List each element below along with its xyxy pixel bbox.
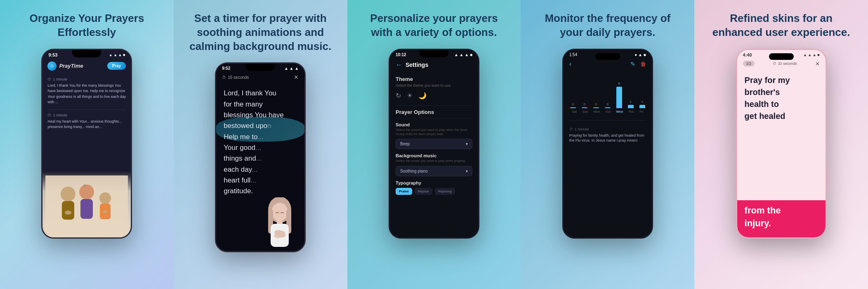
p5-timer-label: ⏱ 32 seconds <box>773 62 797 66</box>
p2-time: 9:52 <box>222 66 230 71</box>
dropdown-chevron-icon: ▾ <box>466 142 468 146</box>
p4-header: ‹ ✎ 🗑 <box>564 59 652 72</box>
theme-icon-refresh[interactable]: ↻ <box>396 92 401 99</box>
pray-button[interactable]: Pray <box>107 62 126 70</box>
panel-organize: Organize Your Prayers Effortlessly 9:53 … <box>0 0 174 289</box>
p1-divider <box>47 109 126 110</box>
label-wed: Wed <box>616 110 623 114</box>
typo-btn-3[interactable]: Rejoicing <box>435 188 455 195</box>
svg-rect-2 <box>62 201 74 220</box>
p2-prayer-text: Lord, I thank You for the many blessings… <box>224 88 297 197</box>
p3-time: 10:12 <box>396 52 406 57</box>
p4-back-icon[interactable]: ‹ <box>569 60 571 68</box>
p3-sound-dropdown[interactable]: Beep ▾ <box>396 139 472 149</box>
phone-dynamic-island-5 <box>769 53 794 60</box>
svg-point-5 <box>99 192 111 204</box>
phone-mockup-3: 10:12 ▲ ▲ ▲ ■ ← Settings Theme Select th… <box>389 49 479 239</box>
p4-edit-icon[interactable]: ✎ <box>630 61 635 67</box>
bar-sun: 0 <box>581 102 588 108</box>
p2-close-icon[interactable]: ✕ <box>294 74 299 81</box>
bar-sat-fill <box>570 107 576 108</box>
phone-mockup-1: 9:53 ▲ ▲ ▲ ■ ⊙ PrayTime Pray ⏱ 1 minute … <box>41 49 132 239</box>
p5-icons: ▲ ▲ ▲ ■ <box>803 53 820 57</box>
panel-2-title: Set a timer for prayer with soothing ani… <box>189 12 331 53</box>
p4-prayer-item: ⏱ 1 minute Praying for family health, an… <box>564 124 652 147</box>
p5-prayer-text-pink: from the injury. <box>745 204 818 230</box>
bar-fri: 1 <box>639 100 646 108</box>
svg-point-7 <box>65 211 71 215</box>
svg-text:✦: ✦ <box>82 182 87 189</box>
p5-header: 1/2 ⏱ 32 seconds ✕ <box>737 59 826 70</box>
p2-prayer-content: Lord, I thank You for the many blessings… <box>216 84 304 251</box>
theme-icon-moon[interactable]: 🌙 <box>418 92 427 99</box>
p1-logo-text: PrayTime <box>59 63 83 69</box>
p3-back-icon[interactable]: ← <box>396 61 402 69</box>
p3-prayer-options-title: Prayer Options <box>396 109 472 115</box>
panel-settings: Personalize your prayers with a variety … <box>347 0 521 289</box>
label-fri: Fri <box>639 110 643 114</box>
p3-typo-label: Typography <box>396 180 472 185</box>
p3-content: Theme Select the theme you want to use. … <box>390 73 478 237</box>
panel-skins: Refined skins for an enhanced user exper… <box>694 0 868 289</box>
label-sun: Sun <box>582 110 588 114</box>
p4-icons: ● ▲ ■ <box>634 52 646 57</box>
label-tue: Tue <box>605 110 611 114</box>
bar-thu-fill <box>628 105 634 108</box>
p4-divider <box>569 120 646 121</box>
p4-chart-area: 0 0 0 0 <box>564 72 652 117</box>
p3-theme-desc: Select the theme you want to use. <box>396 83 472 88</box>
p5-screen: 4:40 ▲ ▲ ▲ ■ 1/2 ⏱ 32 seconds ✕ Pray for… <box>737 50 826 237</box>
p2-illustration <box>259 197 300 247</box>
p3-settings-title: Settings <box>406 62 428 68</box>
p1-logo-icon: ⊙ <box>47 62 57 71</box>
p4-prayer-meta: ⏱ 1 minute <box>569 127 646 131</box>
p3-typo-buttons: Praise Rejoice Rejoicing <box>396 188 472 195</box>
bar-fri-fill <box>639 105 645 108</box>
phone-notch-2 <box>246 64 275 71</box>
p4-prayer-text: Praying for family health, and get heale… <box>569 133 646 143</box>
p5-page-indicator: 1/2 <box>743 61 755 66</box>
panel-4-title: Monitor the frequency of your daily pray… <box>545 12 670 40</box>
p4-header-icons: ✎ 🗑 <box>630 61 646 67</box>
bar-sat: 0 <box>569 102 577 108</box>
p4-chart-bars: 0 0 0 0 <box>569 75 646 108</box>
panel-3-title: Personalize your prayers with a variety … <box>370 12 498 40</box>
phone-mockup-5: 4:40 ▲ ▲ ▲ ■ 1/2 ⏱ 32 seconds ✕ Pray for… <box>736 49 827 239</box>
typo-btn-1[interactable]: Praise <box>396 188 412 195</box>
bar-sun-fill <box>582 107 587 108</box>
p3-music-section: Background music Select the music you wa… <box>396 153 472 176</box>
p1-prayer-text-1: Lord, I thank You for the many blessings… <box>47 83 126 105</box>
panel-timer: Set a timer for prayer with soothing ani… <box>174 0 347 289</box>
phone-notch-3 <box>420 50 448 57</box>
p4-delete-icon[interactable]: 🗑 <box>640 61 646 67</box>
svg-point-1 <box>61 187 75 201</box>
p1-timer-2: ⏱ 1 minute <box>47 113 126 117</box>
p3-theme-icons: ↻ ☀ 🌙 <box>396 92 472 99</box>
p5-close-icon[interactable]: ✕ <box>815 61 820 67</box>
p3-divider-2 <box>396 118 472 119</box>
panel-stats: Monitor the frequency of your daily pray… <box>521 0 694 289</box>
p1-prayer-item-2: ⏱ 1 minute Heal my heart with Your... an… <box>47 113 126 130</box>
label-thu: Thu <box>628 110 634 114</box>
svg-point-8 <box>103 210 108 213</box>
p5-time: 4:40 <box>743 52 752 57</box>
bar-tue: 0 <box>604 102 611 108</box>
p3-music-desc: Select the music you want to play while … <box>396 159 472 163</box>
bar-mon: 0 <box>592 102 600 108</box>
p5-prayer-content: Pray for my brother's health to get heal… <box>737 70 826 200</box>
p3-theme-title: Theme <box>396 76 472 82</box>
typo-btn-2[interactable]: Rejoice <box>415 188 432 195</box>
music-dropdown-chevron-icon: ▾ <box>466 169 468 173</box>
bar-wed: 6 <box>616 82 623 108</box>
p5-prayer-text-dark: Pray for my brother's health to get heal… <box>745 74 818 122</box>
theme-icon-sun[interactable]: ☀ <box>407 92 413 99</box>
label-sat: Sat <box>572 110 577 114</box>
phone-dynamic-island-4 <box>595 53 620 60</box>
p3-music-label: Background music <box>396 153 472 158</box>
p3-music-dropdown[interactable]: Soothing piano ▾ <box>396 166 472 176</box>
p1-prayer-text-2: Heal my heart with Your... anxious thoug… <box>47 119 126 130</box>
p3-sound-desc: Select the sound you want to play when t… <box>396 128 472 137</box>
p3-sound-label: Sound <box>396 122 472 127</box>
phone-mockup-2: 9:52 ▲ ▲ ▲ ⏱ 16 seconds ✕ Lord, I thank … <box>215 62 306 252</box>
panel-5-title: Refined skins for an enhanced user exper… <box>712 12 850 40</box>
